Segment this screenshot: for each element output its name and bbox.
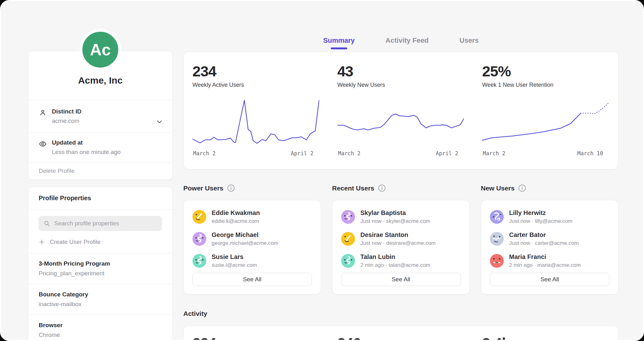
user-list-item[interactable]: Maria Franci 2 min ago · maria@acme.com xyxy=(490,250,609,272)
weekly-active-users-sparkline xyxy=(192,99,319,145)
distinct-id-row[interactable]: Distinct ID acme.com xyxy=(28,100,172,133)
tab-label: Activity Feed xyxy=(386,36,429,44)
user-list-item[interactable]: Carter Bator Just now · carter@acme.com xyxy=(490,228,609,250)
plus-icon xyxy=(39,239,45,245)
company-avatar: Ac xyxy=(80,29,121,70)
user-list-item[interactable]: Lilly Herwitz Just now · lilly@acme.com xyxy=(490,206,609,228)
user-detail: Just now · skyler@acme.com xyxy=(360,218,430,224)
app-window: Ac Acme, Inc Distinct ID acme.com xyxy=(0,0,644,341)
user-detail: 2 min ago · maria@acme.com xyxy=(509,262,581,268)
user-name: Desirae Stanton xyxy=(360,231,436,239)
user-avatar xyxy=(490,232,504,246)
see-all-button[interactable]: See All xyxy=(192,273,312,286)
property-row[interactable]: Browser Chrome xyxy=(28,315,172,341)
tab-label: Summary xyxy=(323,36,355,44)
user-avatar xyxy=(192,254,206,268)
person-icon xyxy=(39,109,47,117)
property-value: Pricing_plan_experiment xyxy=(39,270,162,277)
activity-stat-1: 234 xyxy=(184,336,329,341)
axis-tick: March 10 xyxy=(577,150,603,157)
field-label: Distinct ID xyxy=(52,108,81,115)
search-icon xyxy=(43,220,50,227)
delete-profile-button[interactable]: Delete Profile xyxy=(28,162,172,179)
user-name: George Michael xyxy=(212,231,278,239)
retention-sparkline xyxy=(482,99,609,145)
recent-users-card: Skylar Baptista Just now · skyler@acme.c… xyxy=(332,200,470,294)
user-name: Skylar Baptista xyxy=(360,209,430,217)
power-users-header: Power Users xyxy=(183,184,321,192)
user-avatar xyxy=(341,232,355,246)
search-input[interactable] xyxy=(54,220,157,227)
new-users-header: New Users xyxy=(481,184,619,192)
property-value: inactive-mailbox xyxy=(39,301,162,308)
user-avatar xyxy=(490,210,504,224)
updated-at-row: Updated at Less than one minute ago xyxy=(28,133,172,162)
property-name: 3-Month Pricing Program xyxy=(39,260,162,267)
user-detail: Just now · desirare@acme.com xyxy=(360,240,436,246)
property-row[interactable]: 3-Month Pricing Program Pricing_plan_exp… xyxy=(28,253,172,284)
axis-tick: April 2 xyxy=(291,150,314,157)
user-detail: Just now · carter@acme.com xyxy=(509,240,579,246)
info-icon[interactable] xyxy=(378,184,386,192)
stat-value: 3.4k xyxy=(482,336,609,341)
user-detail: 2 min ago · talan@acme.com xyxy=(360,262,430,268)
stat-weekly-active-users: 234 Weekly Active Users March 2 April 2 xyxy=(184,64,329,169)
user-name: Talan Lubin xyxy=(360,253,430,261)
stat-value: 234 xyxy=(192,64,319,79)
tab-users[interactable]: Users xyxy=(459,36,479,49)
profile-properties-title: Profile Properties xyxy=(28,187,172,210)
info-icon[interactable] xyxy=(518,184,526,192)
user-avatar xyxy=(192,232,206,246)
section-title: Power Users xyxy=(183,184,223,192)
user-avatar xyxy=(341,254,355,268)
user-lists-row: Eddie Kwakman eddie.k@acme.com George Mi… xyxy=(183,200,619,294)
search-profile-properties[interactable] xyxy=(39,216,162,231)
tab-bar: Summary Activity Feed Users xyxy=(183,36,619,49)
property-name: Browser xyxy=(39,322,162,329)
field-label: Updated at xyxy=(52,139,121,146)
power-users-card: Eddie Kwakman eddie.k@acme.com George Mi… xyxy=(183,200,321,294)
create-user-profile-button[interactable]: Create User Profile xyxy=(39,239,162,245)
user-list-item[interactable]: Susie Lars susie.l@acme.com xyxy=(192,250,312,272)
tab-summary[interactable]: Summary xyxy=(323,36,355,49)
x-axis-labels: March 2 March 10 xyxy=(482,150,609,157)
user-detail: Just now · lilly@acme.com xyxy=(509,218,572,224)
stat-label: Weekly New Users xyxy=(337,82,464,88)
main-content: Summary Activity Feed Users 234 Weekly A… xyxy=(183,1,619,341)
activity-stats-card: 234 240 3.4k xyxy=(183,326,619,341)
see-all-button[interactable]: See All xyxy=(341,273,461,286)
see-all-button[interactable]: See All xyxy=(490,273,609,286)
stat-week1-retention: 25% Week 1 New User Retention March 2 Ma… xyxy=(473,64,618,169)
active-tab-indicator xyxy=(331,47,347,49)
recent-users-header: Recent Users xyxy=(332,184,470,192)
x-axis-labels: March 2 April 2 xyxy=(337,150,464,157)
company-avatar-initials: Ac xyxy=(90,40,111,59)
user-list-item[interactable]: Talan Lubin 2 min ago · talan@acme.com xyxy=(341,250,461,272)
user-list-item[interactable]: George Michael george.michael@acme.com xyxy=(192,228,312,250)
user-avatar xyxy=(490,254,504,268)
field-value: acme.com xyxy=(52,118,81,124)
user-name: Maria Franci xyxy=(509,253,581,261)
activity-section-title: Activity xyxy=(183,310,207,317)
user-list-item[interactable]: Desirae Stanton Just now · desirare@acme… xyxy=(341,228,461,250)
stat-value: 43 xyxy=(337,64,464,79)
new-users-card: Lilly Herwitz Just now · lilly@acme.com … xyxy=(481,200,619,294)
axis-tick: March 2 xyxy=(483,150,505,157)
user-avatar xyxy=(192,210,206,224)
weekly-new-users-sparkline xyxy=(337,99,464,145)
user-name: Lilly Herwitz xyxy=(509,209,572,217)
user-detail: eddie.k@acme.com xyxy=(212,218,260,224)
stat-value: 25% xyxy=(482,64,609,79)
user-detail: susie.l@acme.com xyxy=(212,262,257,268)
user-list-item[interactable]: Eddie Kwakman eddie.k@acme.com xyxy=(192,206,312,228)
axis-tick: April 2 xyxy=(436,150,458,157)
info-icon[interactable] xyxy=(227,184,235,192)
user-name: Eddie Kwakman xyxy=(212,209,260,217)
overview-stats-card: 234 Weekly Active Users March 2 April 2 … xyxy=(183,52,619,169)
property-row[interactable]: Bounce Category inactive-mailbox xyxy=(28,284,172,315)
user-avatar xyxy=(341,210,355,224)
tab-activity-feed[interactable]: Activity Feed xyxy=(386,36,429,49)
user-list-item[interactable]: Skylar Baptista Just now · skyler@acme.c… xyxy=(341,206,461,228)
stat-label: Week 1 New User Retention xyxy=(482,82,609,88)
chevron-down-icon[interactable] xyxy=(155,118,164,126)
